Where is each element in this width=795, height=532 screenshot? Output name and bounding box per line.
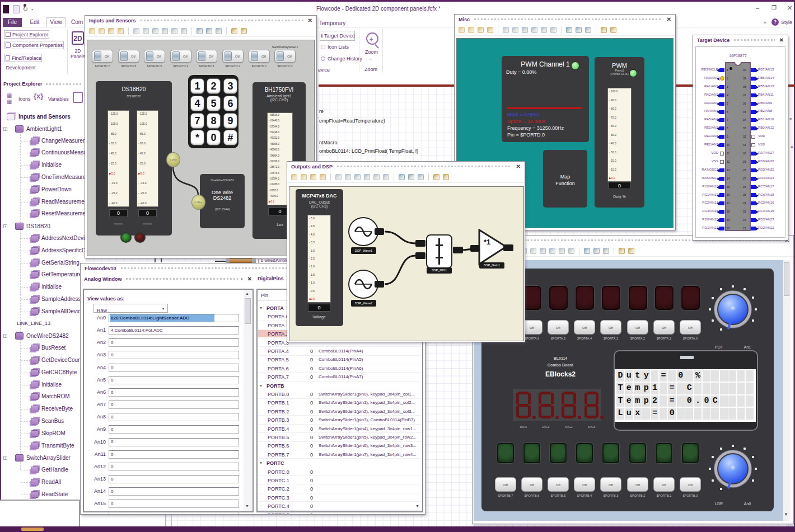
svg-text:*1: *1 [484, 238, 490, 246]
